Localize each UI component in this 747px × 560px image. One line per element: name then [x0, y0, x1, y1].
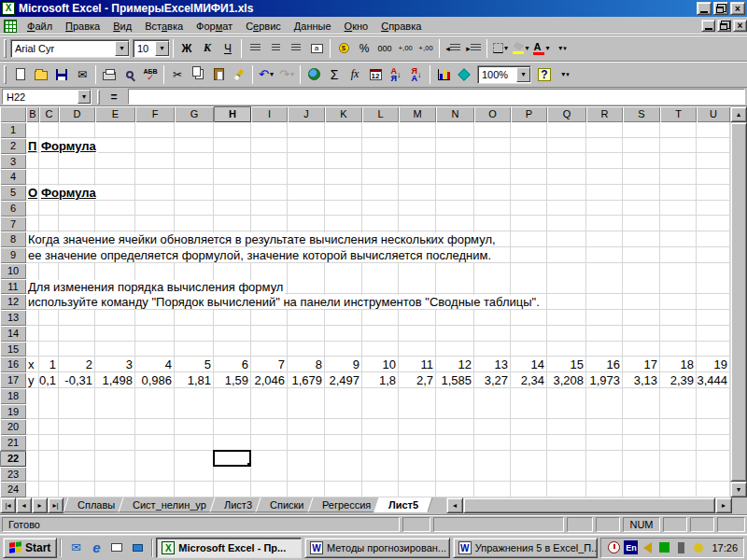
column-header-U[interactable]: U: [697, 106, 730, 122]
row-header-11[interactable]: 11: [0, 279, 26, 295]
cell-H17[interactable]: 1,59: [214, 373, 248, 387]
cell-Q17[interactable]: 3,208: [547, 373, 584, 387]
toolbar-grip[interactable]: [4, 39, 7, 58]
row-header-2[interactable]: 2: [0, 138, 26, 154]
horizontal-scrollbar[interactable]: ◂ ▸: [446, 497, 732, 513]
spelling-button[interactable]: АБВ✓: [141, 65, 160, 84]
row-header-4[interactable]: 4: [0, 169, 26, 185]
cell-S17[interactable]: 3,13: [623, 373, 657, 387]
volume-icon[interactable]: [641, 540, 655, 554]
column-header-T[interactable]: T: [660, 106, 697, 122]
outlook-express-icon[interactable]: ✉: [67, 539, 84, 556]
column-header-P[interactable]: P: [511, 106, 547, 122]
select-all-corner[interactable]: [0, 106, 26, 122]
first-sheet-button[interactable]: |◂: [0, 497, 16, 513]
cell-B11[interactable]: Для изменения порядка вычисления формул: [28, 280, 285, 294]
start-button[interactable]: Start: [3, 538, 57, 558]
autosum-button[interactable]: Σ: [325, 65, 344, 84]
prev-sheet-button[interactable]: ◂: [16, 497, 32, 513]
borders-button[interactable]: ▾: [491, 39, 510, 58]
vertical-scroll-thumb[interactable]: [730, 122, 747, 482]
cell-U17[interactable]: 3,444: [697, 373, 727, 387]
column-header-I[interactable]: I: [251, 106, 288, 122]
cut-button[interactable]: ✂: [168, 65, 187, 84]
column-header-K[interactable]: K: [325, 106, 362, 122]
column-header-D[interactable]: D: [59, 106, 95, 122]
cell-F16[interactable]: 4: [135, 357, 172, 371]
column-header-L[interactable]: L: [362, 106, 399, 122]
font-color-button[interactable]: А▾: [532, 39, 551, 58]
chevron-down-icon[interactable]: ▾: [78, 90, 91, 104]
column-header-C[interactable]: C: [39, 106, 59, 122]
row-header-1[interactable]: 1: [0, 122, 26, 138]
cell-N16[interactable]: 12: [436, 357, 472, 371]
cell-M16[interactable]: 11: [399, 357, 433, 371]
cell-T17[interactable]: 2,39: [660, 373, 694, 387]
restore-button[interactable]: [713, 2, 728, 15]
cell-P16[interactable]: 14: [511, 357, 544, 371]
cell-B17[interactable]: y: [28, 373, 39, 387]
cell-J16[interactable]: 8: [288, 357, 322, 371]
row-header-21[interactable]: 21: [0, 435, 26, 451]
workbook-icon[interactable]: [4, 20, 17, 33]
power-icon[interactable]: [674, 540, 688, 554]
scroll-up-button[interactable]: ▴: [730, 106, 747, 122]
column-header-R[interactable]: R: [586, 106, 623, 122]
cell-K17[interactable]: 2,497: [325, 373, 359, 387]
internet-explorer-icon[interactable]: e: [88, 539, 105, 556]
insert-hyperlink-button[interactable]: [304, 65, 323, 84]
row-header-17[interactable]: 17: [0, 372, 26, 388]
cell-H16[interactable]: 6: [214, 357, 248, 371]
toolbar-options-button[interactable]: ▾▾: [553, 39, 571, 58]
underline-button[interactable]: Ч: [218, 39, 237, 58]
scroll-left-button[interactable]: ◂: [446, 497, 463, 513]
new-button[interactable]: [11, 65, 30, 84]
calendar-button[interactable]: 12: [366, 65, 385, 84]
chevron-down-icon[interactable]: ▾: [155, 41, 169, 56]
row-header-9[interactable]: 9: [0, 247, 26, 263]
currency-button[interactable]: $: [334, 39, 353, 58]
row-header-14[interactable]: 14: [0, 326, 26, 342]
zoom-combo[interactable]: 100% ▾: [477, 65, 531, 84]
cell-C5[interactable]: Формула: [41, 186, 98, 200]
column-header-O[interactable]: O: [474, 106, 511, 122]
sort-ascending-button[interactable]: АЯ↓: [387, 65, 405, 84]
align-center-button[interactable]: [266, 39, 285, 58]
selected-cell-H22[interactable]: [213, 450, 251, 467]
menu-tools[interactable]: Сервис: [239, 19, 288, 34]
decrease-indent-button[interactable]: ◂: [444, 39, 462, 58]
key-icon[interactable]: [691, 540, 705, 554]
chevron-down-icon[interactable]: ▾: [516, 67, 530, 82]
menu-window[interactable]: Окно: [338, 19, 375, 34]
equals-button[interactable]: =: [106, 90, 122, 105]
cell-C17[interactable]: 0,1: [39, 373, 56, 387]
open-button[interactable]: [32, 65, 50, 84]
column-header-S[interactable]: S: [623, 106, 660, 122]
paste-button[interactable]: [209, 65, 228, 84]
horizontal-scroll-thumb[interactable]: [463, 497, 715, 513]
cell-R16[interactable]: 16: [586, 357, 620, 371]
align-right-button[interactable]: [287, 39, 305, 58]
format-painter-button[interactable]: [230, 65, 248, 84]
merge-center-button[interactable]: a: [307, 39, 326, 58]
chevron-down-icon[interactable]: ▾: [115, 41, 129, 56]
row-header-10[interactable]: 10: [0, 263, 26, 279]
column-header-F[interactable]: F: [135, 106, 175, 122]
doc-minimize-button[interactable]: [701, 20, 715, 32]
doc-close-button[interactable]: ×: [733, 20, 747, 32]
sheet-tab-list5[interactable]: Лист5: [374, 497, 432, 512]
cell-D16[interactable]: 2: [59, 357, 92, 371]
cell-P17[interactable]: 2,34: [511, 373, 544, 387]
row-header-15[interactable]: 15: [0, 342, 26, 357]
scheduler-icon[interactable]: [607, 540, 621, 554]
show-desktop-icon[interactable]: [108, 539, 125, 556]
cell-G16[interactable]: 5: [175, 357, 211, 371]
mail-button[interactable]: ✉: [73, 65, 92, 84]
fill-handle[interactable]: [247, 463, 252, 468]
cell-C16[interactable]: 1: [39, 357, 56, 371]
excel-app-icon[interactable]: X: [2, 2, 15, 15]
percent-button[interactable]: %: [355, 39, 374, 58]
menu-help[interactable]: Справка: [374, 19, 428, 34]
cell-L16[interactable]: 10: [362, 357, 396, 371]
row-header-24[interactable]: 24: [0, 482, 26, 497]
